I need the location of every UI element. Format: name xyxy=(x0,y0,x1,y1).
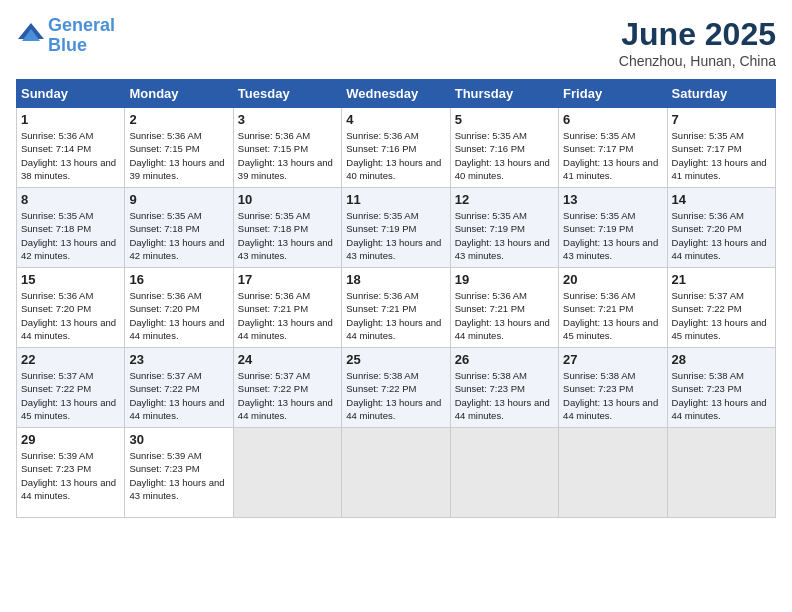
calendar-cell: 25Sunrise: 5:38 AMSunset: 7:22 PMDayligh… xyxy=(342,348,450,428)
calendar-cell: 30Sunrise: 5:39 AMSunset: 7:23 PMDayligh… xyxy=(125,428,233,518)
day-number: 21 xyxy=(672,272,771,287)
calendar-cell: 1Sunrise: 5:36 AMSunset: 7:14 PMDaylight… xyxy=(17,108,125,188)
calendar-cell: 15Sunrise: 5:36 AMSunset: 7:20 PMDayligh… xyxy=(17,268,125,348)
day-number: 19 xyxy=(455,272,554,287)
logo: General Blue xyxy=(16,16,115,56)
calendar-week-row: 8Sunrise: 5:35 AMSunset: 7:18 PMDaylight… xyxy=(17,188,776,268)
calendar-cell: 2Sunrise: 5:36 AMSunset: 7:15 PMDaylight… xyxy=(125,108,233,188)
calendar-cell xyxy=(342,428,450,518)
day-info: Sunrise: 5:39 AMSunset: 7:23 PMDaylight:… xyxy=(129,449,228,502)
day-info: Sunrise: 5:35 AMSunset: 7:17 PMDaylight:… xyxy=(563,129,662,182)
day-info: Sunrise: 5:37 AMSunset: 7:22 PMDaylight:… xyxy=(21,369,120,422)
calendar-cell: 14Sunrise: 5:36 AMSunset: 7:20 PMDayligh… xyxy=(667,188,775,268)
day-info: Sunrise: 5:36 AMSunset: 7:21 PMDaylight:… xyxy=(455,289,554,342)
day-info: Sunrise: 5:36 AMSunset: 7:20 PMDaylight:… xyxy=(672,209,771,262)
day-info: Sunrise: 5:35 AMSunset: 7:18 PMDaylight:… xyxy=(129,209,228,262)
day-info: Sunrise: 5:35 AMSunset: 7:16 PMDaylight:… xyxy=(455,129,554,182)
calendar-body: 1Sunrise: 5:36 AMSunset: 7:14 PMDaylight… xyxy=(17,108,776,518)
logo-text: General Blue xyxy=(48,16,115,56)
weekday-header-tuesday: Tuesday xyxy=(233,80,341,108)
day-number: 16 xyxy=(129,272,228,287)
day-number: 27 xyxy=(563,352,662,367)
day-number: 30 xyxy=(129,432,228,447)
logo-line1: General xyxy=(48,15,115,35)
day-info: Sunrise: 5:37 AMSunset: 7:22 PMDaylight:… xyxy=(238,369,337,422)
day-info: Sunrise: 5:37 AMSunset: 7:22 PMDaylight:… xyxy=(129,369,228,422)
day-info: Sunrise: 5:35 AMSunset: 7:19 PMDaylight:… xyxy=(346,209,445,262)
day-info: Sunrise: 5:36 AMSunset: 7:14 PMDaylight:… xyxy=(21,129,120,182)
weekday-header-friday: Friday xyxy=(559,80,667,108)
day-number: 3 xyxy=(238,112,337,127)
day-info: Sunrise: 5:36 AMSunset: 7:20 PMDaylight:… xyxy=(21,289,120,342)
calendar-cell: 6Sunrise: 5:35 AMSunset: 7:17 PMDaylight… xyxy=(559,108,667,188)
calendar-cell: 8Sunrise: 5:35 AMSunset: 7:18 PMDaylight… xyxy=(17,188,125,268)
day-number: 18 xyxy=(346,272,445,287)
weekday-header-sunday: Sunday xyxy=(17,80,125,108)
day-info: Sunrise: 5:38 AMSunset: 7:23 PMDaylight:… xyxy=(455,369,554,422)
calendar-cell: 11Sunrise: 5:35 AMSunset: 7:19 PMDayligh… xyxy=(342,188,450,268)
calendar-cell: 18Sunrise: 5:36 AMSunset: 7:21 PMDayligh… xyxy=(342,268,450,348)
logo-icon xyxy=(16,21,46,51)
weekday-header-wednesday: Wednesday xyxy=(342,80,450,108)
calendar-cell xyxy=(233,428,341,518)
day-number: 26 xyxy=(455,352,554,367)
day-info: Sunrise: 5:36 AMSunset: 7:21 PMDaylight:… xyxy=(238,289,337,342)
day-number: 8 xyxy=(21,192,120,207)
calendar-week-row: 22Sunrise: 5:37 AMSunset: 7:22 PMDayligh… xyxy=(17,348,776,428)
calendar-cell: 24Sunrise: 5:37 AMSunset: 7:22 PMDayligh… xyxy=(233,348,341,428)
page-header: General Blue June 2025 Chenzhou, Hunan, … xyxy=(16,16,776,69)
weekday-header-monday: Monday xyxy=(125,80,233,108)
day-info: Sunrise: 5:35 AMSunset: 7:18 PMDaylight:… xyxy=(21,209,120,262)
day-number: 12 xyxy=(455,192,554,207)
weekday-header-thursday: Thursday xyxy=(450,80,558,108)
day-info: Sunrise: 5:36 AMSunset: 7:15 PMDaylight:… xyxy=(129,129,228,182)
day-number: 20 xyxy=(563,272,662,287)
day-info: Sunrise: 5:35 AMSunset: 7:19 PMDaylight:… xyxy=(455,209,554,262)
day-info: Sunrise: 5:36 AMSunset: 7:20 PMDaylight:… xyxy=(129,289,228,342)
day-number: 9 xyxy=(129,192,228,207)
calendar-table: SundayMondayTuesdayWednesdayThursdayFrid… xyxy=(16,79,776,518)
calendar-cell: 16Sunrise: 5:36 AMSunset: 7:20 PMDayligh… xyxy=(125,268,233,348)
calendar-cell: 12Sunrise: 5:35 AMSunset: 7:19 PMDayligh… xyxy=(450,188,558,268)
calendar-cell: 10Sunrise: 5:35 AMSunset: 7:18 PMDayligh… xyxy=(233,188,341,268)
calendar-cell: 13Sunrise: 5:35 AMSunset: 7:19 PMDayligh… xyxy=(559,188,667,268)
calendar-cell: 23Sunrise: 5:37 AMSunset: 7:22 PMDayligh… xyxy=(125,348,233,428)
calendar-cell: 27Sunrise: 5:38 AMSunset: 7:23 PMDayligh… xyxy=(559,348,667,428)
day-info: Sunrise: 5:39 AMSunset: 7:23 PMDaylight:… xyxy=(21,449,120,502)
calendar-cell xyxy=(450,428,558,518)
day-info: Sunrise: 5:37 AMSunset: 7:22 PMDaylight:… xyxy=(672,289,771,342)
calendar-cell: 3Sunrise: 5:36 AMSunset: 7:15 PMDaylight… xyxy=(233,108,341,188)
day-number: 7 xyxy=(672,112,771,127)
day-info: Sunrise: 5:35 AMSunset: 7:17 PMDaylight:… xyxy=(672,129,771,182)
day-info: Sunrise: 5:35 AMSunset: 7:19 PMDaylight:… xyxy=(563,209,662,262)
calendar-cell xyxy=(667,428,775,518)
day-number: 22 xyxy=(21,352,120,367)
day-info: Sunrise: 5:36 AMSunset: 7:15 PMDaylight:… xyxy=(238,129,337,182)
calendar-cell: 19Sunrise: 5:36 AMSunset: 7:21 PMDayligh… xyxy=(450,268,558,348)
calendar-cell xyxy=(559,428,667,518)
calendar-cell: 17Sunrise: 5:36 AMSunset: 7:21 PMDayligh… xyxy=(233,268,341,348)
logo-line2: Blue xyxy=(48,35,87,55)
day-info: Sunrise: 5:38 AMSunset: 7:23 PMDaylight:… xyxy=(563,369,662,422)
day-number: 5 xyxy=(455,112,554,127)
day-info: Sunrise: 5:36 AMSunset: 7:21 PMDaylight:… xyxy=(346,289,445,342)
day-number: 24 xyxy=(238,352,337,367)
day-number: 29 xyxy=(21,432,120,447)
calendar-week-row: 15Sunrise: 5:36 AMSunset: 7:20 PMDayligh… xyxy=(17,268,776,348)
weekday-header-saturday: Saturday xyxy=(667,80,775,108)
calendar-cell: 22Sunrise: 5:37 AMSunset: 7:22 PMDayligh… xyxy=(17,348,125,428)
day-info: Sunrise: 5:35 AMSunset: 7:18 PMDaylight:… xyxy=(238,209,337,262)
day-number: 17 xyxy=(238,272,337,287)
calendar-week-row: 1Sunrise: 5:36 AMSunset: 7:14 PMDaylight… xyxy=(17,108,776,188)
calendar-cell: 9Sunrise: 5:35 AMSunset: 7:18 PMDaylight… xyxy=(125,188,233,268)
title-section: June 2025 Chenzhou, Hunan, China xyxy=(619,16,776,69)
calendar-cell: 21Sunrise: 5:37 AMSunset: 7:22 PMDayligh… xyxy=(667,268,775,348)
calendar-cell: 29Sunrise: 5:39 AMSunset: 7:23 PMDayligh… xyxy=(17,428,125,518)
calendar-cell: 5Sunrise: 5:35 AMSunset: 7:16 PMDaylight… xyxy=(450,108,558,188)
day-number: 25 xyxy=(346,352,445,367)
calendar-cell: 20Sunrise: 5:36 AMSunset: 7:21 PMDayligh… xyxy=(559,268,667,348)
day-number: 6 xyxy=(563,112,662,127)
month-title: June 2025 xyxy=(619,16,776,53)
weekday-row: SundayMondayTuesdayWednesdayThursdayFrid… xyxy=(17,80,776,108)
day-number: 13 xyxy=(563,192,662,207)
